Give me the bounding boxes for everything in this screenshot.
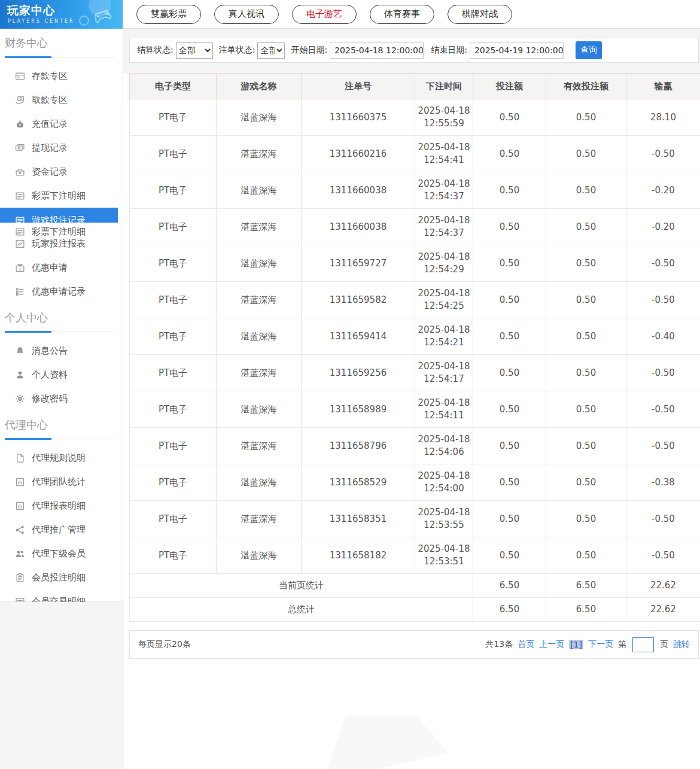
sidebar-section-title: 财务中心 <box>0 29 123 52</box>
cell-bet-id: 1311658529 <box>302 464 415 501</box>
settle-status-select[interactable]: 全部 <box>176 42 213 59</box>
summary-winloss: 22.62 <box>626 574 700 598</box>
sidebar-item-withdraw-hand[interactable]: 取款专区 <box>0 88 123 112</box>
sidebar-item-report[interactable]: 代理报表明细 <box>0 494 123 518</box>
category-tab[interactable]: 电子游艺 <box>292 5 357 24</box>
cell-bet-id: 1311658182 <box>302 537 415 574</box>
cell-time: 2025-04-1812:54:29 <box>415 245 473 282</box>
sidebar-item-report[interactable]: 代理团队统计 <box>0 470 123 494</box>
cell-bet-id: 1311659582 <box>302 282 415 318</box>
page-jump-input[interactable] <box>632 637 654 652</box>
category-tab[interactable]: 雙赢彩票 <box>136 5 201 24</box>
cell-bet-amount: 0.50 <box>473 136 546 172</box>
cell-valid-amount: 0.50 <box>546 501 626 537</box>
bet-table-row: PT电子 湛蓝深海 1311658182 2025-04-1812:53:51 … <box>130 537 700 574</box>
sidebar-item-label: 代理规则说明 <box>32 452 86 464</box>
bets-table: 电子类型游戏名称注单号下注时间投注额有效投注额输赢 PT电子 湛蓝深海 1311… <box>129 73 700 622</box>
sidebar-item-label: 个人资料 <box>32 369 68 381</box>
column-header: 有效投注额 <box>546 74 626 99</box>
sidebar-section-title: 代理中心 <box>0 411 123 434</box>
cell-bet-amount: 0.50 <box>473 209 546 245</box>
order-status-label: 注单状态: <box>219 45 255 56</box>
sidebar-item-label: 存款专区 <box>32 71 68 82</box>
cell-type: PT电子 <box>130 282 217 318</box>
cell-bet-amount: 0.50 <box>473 428 546 464</box>
bet-table-row: PT电子 湛蓝深海 1311660038 2025-04-1812:54:37 … <box>130 172 700 209</box>
first-page-link[interactable]: 首页 <box>518 639 534 650</box>
cell-type: PT电子 <box>130 428 217 464</box>
sidebar-item-users[interactable]: 代理下级会员 <box>0 542 123 566</box>
sidebar-item-clipboard[interactable]: 会员投注明细 <box>0 566 123 589</box>
cell-type: PT电子 <box>130 99 217 136</box>
cell-bet-id: 1311659727 <box>302 245 415 282</box>
sidebar-item-label: 代理团队统计 <box>32 476 86 488</box>
category-tab[interactable]: 真人视讯 <box>214 5 279 24</box>
sidebar-item-list[interactable]: 游戏投注记录 <box>0 208 118 223</box>
sidebar-item-cash-cards[interactable]: 提现记录 <box>0 136 123 160</box>
list-icon <box>15 227 25 237</box>
start-date-input[interactable] <box>330 42 424 59</box>
sidebar-item-label: 会员投注明细 <box>32 572 86 583</box>
sidebar-item-gear[interactable]: 修改密码 <box>0 387 123 411</box>
sidebar-item-moneybag[interactable]: 充值记录 <box>0 112 123 136</box>
sidebar-item-deposit-card[interactable]: 存款专区 <box>0 64 123 88</box>
cell-bet-id: 1311660038 <box>302 209 415 245</box>
cell-bet-amount: 0.50 <box>473 282 546 318</box>
cell-game: 湛蓝深海 <box>217 172 302 209</box>
cell-winloss: -0.40 <box>626 318 700 355</box>
cell-time: 2025-04-1812:54:06 <box>415 428 473 464</box>
cell-type: PT电子 <box>130 209 217 245</box>
sidebar-section-items: 消息公告 个人资料 修改密码 <box>0 339 123 411</box>
current-page-badge: [1] <box>569 640 583 649</box>
jump-suffix-label: 页 <box>660 639 668 650</box>
sidebar-item-bell[interactable]: 消息公告 <box>0 339 123 363</box>
sidebar-item-person[interactable]: 个人资料 <box>0 363 123 387</box>
start-date-label: 开始日期: <box>291 45 327 56</box>
cell-valid-amount: 0.50 <box>546 318 626 355</box>
sidebar-section-title: 个人中心 <box>0 303 123 327</box>
app-logo: 玩家中心 PLAYERS CENTER <box>0 0 123 29</box>
cell-valid-amount: 0.50 <box>546 391 626 428</box>
cell-winloss: -0.50 <box>626 136 700 172</box>
sidebar-item-doc[interactable]: 代理规则说明 <box>0 446 123 470</box>
cell-valid-amount: 0.50 <box>546 209 626 245</box>
jump-button[interactable]: 跳转 <box>673 639 690 650</box>
cash-cards-icon <box>15 143 25 153</box>
sidebar-item-share[interactable]: 代理推广管理 <box>0 518 123 542</box>
category-tab[interactable]: 棋牌对战 <box>448 5 512 24</box>
next-page-link[interactable]: 下一页 <box>588 639 613 650</box>
sidebar-item-label: 游戏投注记录 <box>32 208 86 223</box>
sidebar-item-purse[interactable]: 资金记录 <box>0 160 123 184</box>
cell-type: PT电子 <box>130 136 217 172</box>
column-header: 电子类型 <box>130 74 217 99</box>
cell-game: 湛蓝深海 <box>217 428 302 464</box>
users-icon <box>15 549 25 559</box>
cell-bet-id: 1311660038 <box>302 172 415 209</box>
summary-winloss: 22.62 <box>626 598 700 622</box>
cell-type: PT电子 <box>130 537 217 574</box>
sidebar-item-gift[interactable]: 优惠申请 <box>0 256 123 279</box>
jump-prefix-label: 第 <box>618 639 626 650</box>
search-button[interactable]: 查询 <box>576 41 602 59</box>
cell-winloss: -0.38 <box>626 464 700 501</box>
bet-table-row: PT电子 湛蓝深海 1311658796 2025-04-1812:54:06 … <box>130 428 700 464</box>
prev-page-link[interactable]: 上一页 <box>539 639 564 650</box>
end-date-input[interactable] <box>470 42 564 59</box>
cell-winloss: -0.50 <box>626 391 700 428</box>
sidebar-item-list-check[interactable]: 优惠申请记录 <box>0 279 123 303</box>
cell-winloss: 28.10 <box>626 99 700 136</box>
cell-type: PT电子 <box>130 318 217 355</box>
report-icon <box>15 501 25 511</box>
column-header: 游戏名称 <box>217 74 302 99</box>
order-status-select[interactable]: 全部 <box>257 42 285 59</box>
cell-game: 湛蓝深海 <box>217 355 302 391</box>
sidebar-item-label: 优惠申请 <box>32 262 68 273</box>
sidebar-item-list[interactable]: 彩票下注明细 <box>0 184 123 208</box>
gift-icon <box>15 263 25 273</box>
cell-time: 2025-04-1812:54:25 <box>415 282 473 318</box>
cell-time: 2025-04-1812:54:11 <box>415 391 473 428</box>
sidebar-item-chart[interactable]: 玩家投注报表 <box>0 238 123 250</box>
category-tab[interactable]: 体育赛事 <box>370 5 434 24</box>
cell-bet-id: 1311660216 <box>302 136 415 172</box>
sidebar-item-list[interactable]: 彩票下注明细 <box>0 226 123 238</box>
